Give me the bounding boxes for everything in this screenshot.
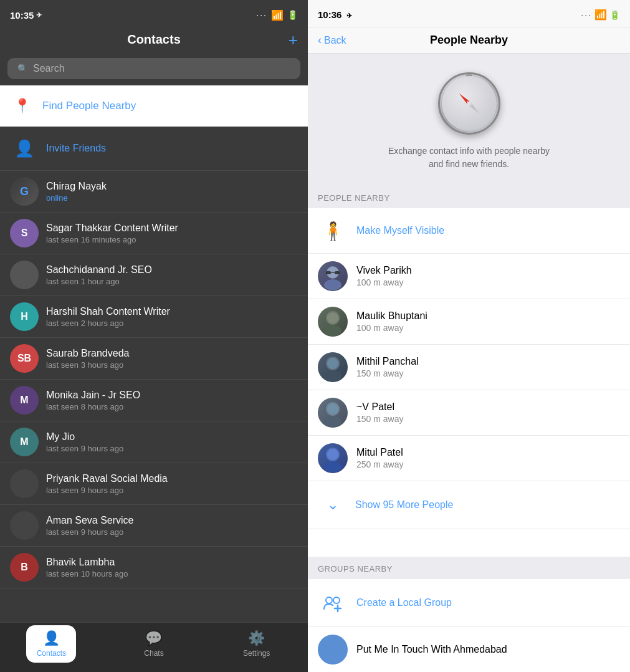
back-button[interactable]: ‹ Back [318,34,346,47]
location-pin-icon: 📍 [10,94,34,118]
left-status-icons: ··· 📶 🔋 [256,9,298,21]
back-chevron-icon: ‹ [318,34,322,47]
mithil-name: Mithil Panchal [356,356,620,367]
aman-name: Aman Seva Service [46,515,298,526]
person-mitul[interactable]: Mitul Patel 250 m away [308,436,630,481]
contact-list: G Chirag Nayak online S Sagar Thakkar Co… [0,171,308,622]
myjio-status: last seen 9 hours ago [46,444,298,453]
vivek-name: Vivek Parikh [356,265,620,276]
maulik-avatar [318,307,348,337]
people-nearby-header-text: PEOPLE NEARBY [318,193,390,203]
status-bar-left: 10:35 ✈ ··· 📶 🔋 [0,0,308,27]
bhavik-avatar: B [10,553,39,582]
back-label: Back [324,35,346,46]
people-nearby-section-header: PEOPLE NEARBY [308,186,630,208]
contact-item-aman[interactable]: Aman Seva Service last seen 9 hours ago [0,505,308,547]
monika-status: last seen 8 hours ago [46,402,298,411]
vivek-info: Vivek Parikh 100 m away [356,265,620,287]
contact-item-priyank[interactable]: Priyank Raval Social Media last seen 9 h… [0,463,308,505]
aman-status: last seen 9 hours ago [46,527,298,537]
person-vpatel[interactable]: ~V Patel 150 m away [308,390,630,436]
right-nav-bar: ‹ Back People Nearby [308,27,630,54]
compass-needle [447,82,491,126]
svg-point-7 [324,325,341,336]
sagar-avatar: S [10,219,39,247]
invite-friends-label: Invite Friends [46,143,298,154]
svg-point-10 [324,370,341,382]
person-maulik[interactable]: Maulik Bhuptani 100 m away [308,299,630,345]
status-bar-right: 10:36 ✈ ··· 📶 🔋 [308,0,630,27]
search-bar[interactable]: 🔍 Search [7,58,300,79]
contacts-nav-icon: 👤 [43,630,60,646]
svg-rect-3 [326,271,331,274]
harshil-name: Harshil Shah Content Writer [46,306,298,317]
page-title: People Nearby [430,34,508,47]
maulik-name: Maulik Bhuptani [356,310,620,322]
wifi-icon-right: 📶 [594,9,607,21]
put-me-text-container: Put Me In Touch With Ahmedabad [356,644,620,655]
svg-point-18 [326,597,332,603]
left-header: Contacts + [0,27,308,54]
nav-settings[interactable]: ⚙️ Settings [232,630,282,658]
make-myself-visible-item[interactable]: 🧍 Make Myself Visible [308,208,630,254]
compass-circle [438,72,500,135]
create-local-group-item[interactable]: Create a Local Group [308,579,630,627]
contact-item-chirag[interactable]: G Chirag Nayak online [0,171,308,213]
contact-item-sagar[interactable]: S Sagar Thakkar Content Writer last seen… [0,213,308,254]
sachchidanand-name: Sachchidanand Jr. SEO [46,264,298,276]
right-status-time: 10:36 ✈ [318,9,352,20]
find-people-nearby-item[interactable]: 📍 Find People Nearby [0,85,308,127]
sachchidanand-status: last seen 1 hour ago [46,277,298,286]
battery-icon-left: 🔋 [287,10,298,20]
mithil-avatar [318,352,348,382]
contact-item-monika[interactable]: M Monika Jain - Jr SEO last seen 8 hours… [0,380,308,421]
chirag-avatar: G [10,177,39,206]
people-list: 🧍 Make Myself Visible Vivek Pa [308,208,630,557]
saurab-name: Saurab Brandveda [46,348,298,359]
svg-rect-4 [335,271,340,274]
put-me-in-touch-item[interactable]: Put Me In Touch With Ahmedabad [308,627,630,672]
compass-description: Exchange contact info with people nearby… [388,145,550,171]
contact-item-bhavik[interactable]: B Bhavik Lambha last seen 10 hours ago [0,547,308,588]
contact-item-harshil[interactable]: H Harshil Shah Content Writer last seen … [0,296,308,338]
invite-friends-info: Invite Friends [46,143,298,154]
wifi-icon-left: 📶 [271,9,284,21]
contact-item-myjio[interactable]: M My Jio last seen 9 hours ago [0,421,308,463]
myjio-avatar: M [10,428,39,456]
vpatel-info: ~V Patel 150 m away [356,401,620,424]
mitul-distance: 250 m away [356,459,620,469]
add-contact-button[interactable]: + [289,32,298,48]
mitul-avatar [318,443,348,473]
invite-friends-item[interactable]: 👤 Invite Friends [0,127,308,171]
svg-point-11 [327,358,338,369]
compass-image [438,72,500,135]
create-group-icon [318,588,348,618]
person-vivek[interactable]: Vivek Parikh 100 m away [308,254,630,299]
make-visible-icon: 🧍 [318,216,348,246]
mithil-distance: 150 m away [356,368,620,378]
sachchidanand-avatar [10,261,39,289]
show-more-people-item[interactable]: ⌄ Show 95 More People [308,481,630,529]
search-icon: 🔍 [17,64,28,74]
svg-point-17 [327,449,338,460]
sagar-name: Sagar Thakkar Content Writer [46,223,298,234]
compass-face [442,76,497,131]
nav-contacts[interactable]: 👤 Contacts [26,625,76,663]
vpatel-distance: 150 m away [356,414,620,424]
maulik-distance: 100 m away [356,323,620,333]
priyank-name: Priyank Raval Social Media [46,473,298,484]
priyank-status: last seen 9 hours ago [46,486,298,495]
vivek-avatar [318,261,348,291]
contact-item-sachchidanand[interactable]: Sachchidanand Jr. SEO last seen 1 hour a… [0,254,308,296]
location-icon-right: ✈ [346,12,352,19]
nav-chats[interactable]: 💬 Chats [129,630,179,658]
myjio-name: My Jio [46,431,298,443]
person-mithil[interactable]: Mithil Panchal 150 m away [308,345,630,390]
monika-avatar: M [10,386,39,415]
mithil-info: Mithil Panchal 150 m away [356,356,620,378]
mitul-name: Mitul Patel [356,447,620,458]
bhavik-status: last seen 10 hours ago [46,569,298,578]
battery-icon-right: 🔋 [609,10,620,20]
contact-item-saurab[interactable]: SB Saurab Brandveda last seen 3 hours ag… [0,338,308,380]
show-more-chevron-icon: ⌄ [318,490,348,520]
